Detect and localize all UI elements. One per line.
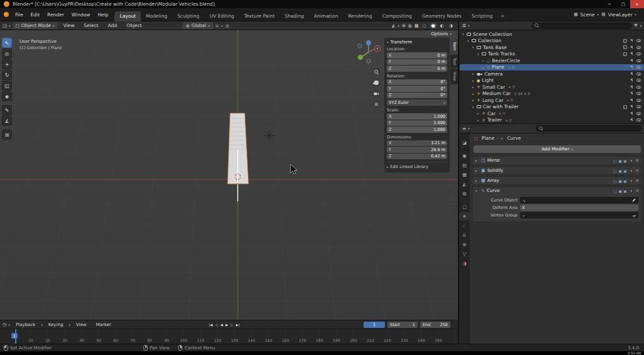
- expand-arrow-icon[interactable]: ▸: [482, 65, 487, 69]
- visibility-eye-icon[interactable]: [636, 105, 641, 108]
- selectable-toggle-icon[interactable]: [630, 72, 634, 76]
- menu-window[interactable]: Window: [68, 12, 94, 18]
- menu-add[interactable]: Add: [104, 23, 121, 28]
- visibility-eye-icon[interactable]: [636, 65, 641, 69]
- selectable-toggle-icon[interactable]: [630, 98, 634, 102]
- edit-mode-toggle-icon[interactable]: ▢: [613, 189, 617, 193]
- tab-scene[interactable]: ◭: [459, 180, 470, 188]
- outliner-row-long-car[interactable]: ▸ + Long Car +▽: [460, 97, 644, 104]
- menu-object[interactable]: Object: [123, 23, 145, 28]
- visibility-eye-icon[interactable]: [636, 59, 641, 62]
- tab-tool[interactable]: ◪: [459, 138, 470, 147]
- selectable-toggle-icon[interactable]: [630, 118, 634, 122]
- exclude-checkbox[interactable]: ✓: [623, 105, 627, 109]
- realtime-toggle-icon[interactable]: ▣: [618, 189, 622, 193]
- expand-arrow-icon[interactable]: ▸: [475, 179, 479, 183]
- dimensions-z-field[interactable]: Z0.42 m: [387, 154, 447, 160]
- rotation-x-field[interactable]: X0°: [387, 79, 447, 86]
- visibility-eye-icon[interactable]: [636, 112, 641, 115]
- expand-arrow-icon[interactable]: ▾: [472, 45, 477, 49]
- menu-keying[interactable]: Keying: [45, 322, 67, 327]
- add-modifier-button[interactable]: Add Modifier ▾: [474, 145, 641, 153]
- mode-dropdown[interactable]: ▢ Object Mode ▾: [13, 22, 58, 29]
- location-y-field[interactable]: Y0 m: [387, 59, 447, 65]
- selectable-toggle-icon[interactable]: [630, 59, 634, 62]
- outliner-row-plane[interactable]: ▸ ▽ Plane ∿▽: [460, 64, 644, 71]
- outliner-row-car[interactable]: ▸ + Car +▽: [460, 110, 644, 117]
- rotation-y-field[interactable]: Y0°: [387, 86, 447, 92]
- proportional-edit-icon[interactable]: ◎: [225, 23, 229, 28]
- visibility-eye-icon[interactable]: [636, 92, 641, 95]
- rotation-z-field[interactable]: Z0°: [387, 93, 447, 99]
- edit-mode-toggle-icon[interactable]: ▢: [613, 159, 617, 163]
- view-layer-selector[interactable]: ViewLayer: [608, 12, 633, 18]
- cursor-tool[interactable]: ◎: [2, 48, 12, 59]
- modifier-header[interactable]: ▸ ◫ Mirror ▢▣◉ ▾ ×: [473, 157, 641, 164]
- next-keyframe-button[interactable]: ▷: [231, 323, 233, 327]
- timeline-editor-type-icon[interactable]: ◷: [3, 322, 7, 327]
- tab-modifiers[interactable]: ∗: [459, 212, 470, 220]
- expand-arrow-icon[interactable]: ▸: [482, 59, 487, 62]
- move-tool[interactable]: +: [2, 59, 12, 69]
- selectable-toggle-icon[interactable]: [630, 85, 634, 89]
- visibility-eye-icon[interactable]: [636, 86, 641, 89]
- selectable-toggle-icon[interactable]: [630, 111, 634, 115]
- visibility-eye-icon[interactable]: [636, 79, 641, 82]
- outliner-row-tank-base[interactable]: ▾ Tank Base ✓: [460, 44, 644, 51]
- modifier-name[interactable]: Solidify: [487, 168, 504, 173]
- tab-object[interactable]: ▢: [459, 203, 470, 211]
- expand-arrow-icon[interactable]: ▾: [467, 39, 472, 43]
- visibility-eye-icon[interactable]: [636, 39, 641, 42]
- sidebar-tab-tool[interactable]: Tool: [450, 55, 458, 69]
- modifier-name[interactable]: Curve: [487, 188, 500, 193]
- add-workspace-button[interactable]: +: [497, 11, 508, 21]
- menu-view[interactable]: View: [60, 23, 79, 28]
- viewport-3d[interactable]: ↖ ◎ + ↻ ◱ ◈ ✎ ∡ ⊞ User Perspective (1) C…: [0, 30, 458, 320]
- outliner-row-car-with-trailer[interactable]: ▾ Car with Trailer ✓: [460, 104, 644, 111]
- selectable-toggle-icon[interactable]: [630, 65, 634, 69]
- properties-search-input[interactable]: [536, 125, 641, 132]
- gizmo-z-axis[interactable]: [366, 40, 371, 45]
- expand-arrow-icon[interactable]: ▸: [475, 159, 479, 162]
- selectable-toggle-icon[interactable]: [630, 92, 634, 96]
- outliner-row-light[interactable]: ▸ ● Light: [460, 77, 644, 84]
- gizmo-neg-axis[interactable]: [358, 44, 362, 48]
- playhead[interactable]: 1: [15, 329, 16, 344]
- eyedropper-icon[interactable]: [632, 198, 636, 202]
- workspace-tab-texture-paint[interactable]: Texture Paint: [239, 11, 279, 21]
- timeline-ruler[interactable]: 10 20 30 40 50 60 70 80 90 100 110 120 1…: [0, 329, 458, 344]
- workspace-tab-modeling[interactable]: Modeling: [141, 11, 172, 21]
- sidebar-tab-item[interactable]: Item: [450, 39, 458, 54]
- expand-arrow-icon[interactable]: ▾: [462, 32, 467, 36]
- os-taskbar[interactable]: 6:50 AM: [0, 351, 644, 355]
- rotation-mode-dropdown[interactable]: XYZ Euler▾: [387, 99, 447, 106]
- selectable-toggle-icon[interactable]: [630, 52, 634, 56]
- visibility-eye-icon[interactable]: [636, 118, 641, 121]
- play-button[interactable]: ▶: [226, 323, 228, 327]
- toggle-xray-icon[interactable]: ▩: [414, 23, 419, 28]
- modifier-name[interactable]: Mirror: [487, 158, 501, 163]
- visibility-eye-icon[interactable]: [636, 46, 641, 49]
- filter-icon[interactable]: [634, 24, 638, 27]
- tab-object-data[interactable]: ▽: [459, 250, 470, 258]
- edit-mode-toggle-icon[interactable]: ▢: [613, 179, 617, 183]
- render-toggle-icon[interactable]: ◉: [623, 179, 626, 183]
- expand-arrow-icon[interactable]: ▸: [472, 72, 477, 76]
- minimize-button[interactable]: ─: [602, 0, 616, 8]
- workspace-tab-shading[interactable]: Shading: [280, 11, 309, 21]
- modifier-delete-icon[interactable]: ×: [635, 178, 639, 183]
- scale-z-field[interactable]: Z1.000: [387, 127, 447, 133]
- rotate-tool[interactable]: ↻: [2, 70, 12, 80]
- expand-arrow-icon[interactable]: ▸: [477, 111, 482, 115]
- tab-physics[interactable]: ⊙: [459, 231, 470, 239]
- expand-arrow-icon[interactable]: ▾: [477, 52, 482, 56]
- expand-arrow-icon[interactable]: ▸: [472, 85, 477, 89]
- outliner-search-input[interactable]: [531, 23, 632, 29]
- menu-select[interactable]: Select: [80, 23, 102, 28]
- annotate-tool[interactable]: ✎: [2, 105, 12, 115]
- scale-y-field[interactable]: Y1.000: [387, 120, 447, 127]
- menu-file[interactable]: File: [11, 12, 27, 18]
- properties-editor-type-icon[interactable]: ≡: [462, 126, 466, 132]
- close-button[interactable]: ×: [630, 0, 644, 8]
- tab-world[interactable]: ◍: [459, 189, 470, 198]
